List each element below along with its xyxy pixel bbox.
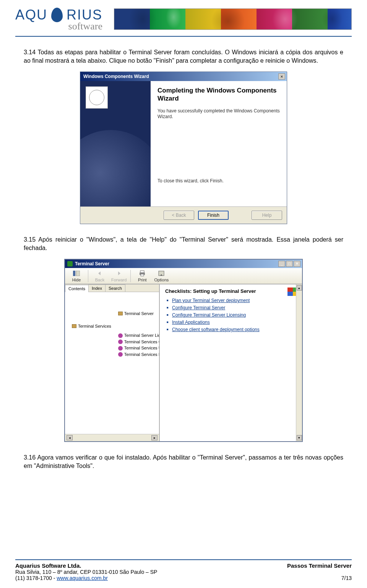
footer-company: Aquarius Software Ltda.	[15, 562, 81, 569]
footer-address: Rua Silvia, 110 – 8º andar, CEP 01331-01…	[15, 569, 352, 575]
wizard-titlebar[interactable]: Windows Components Wizard ×	[80, 72, 287, 81]
tab-search[interactable]: Search	[105, 284, 125, 292]
vertical-scrollbar[interactable]: ▴ ▾	[296, 284, 302, 441]
help-tabs: Contents Index Search	[65, 284, 159, 292]
scroll-right-icon[interactable]: ▸	[151, 435, 158, 440]
footer-page-number: 7/13	[341, 575, 352, 581]
help-window: Terminal Server _ □ × Hide Back	[64, 259, 303, 442]
minimize-icon[interactable]: _	[278, 261, 285, 267]
svg-rect-2	[140, 271, 144, 273]
back-icon	[96, 270, 104, 277]
forward-icon	[115, 270, 123, 277]
options-button[interactable]: Options	[152, 269, 171, 283]
maximize-icon[interactable]: □	[286, 261, 293, 267]
logo-subtitle: software	[15, 21, 102, 32]
page-footer: Aquarius Software Ltda. Passos Terminal …	[15, 559, 352, 581]
page-header: AQU RIUS software	[0, 0, 367, 32]
hide-button[interactable]: Hide	[67, 269, 86, 283]
tab-contents[interactable]: Contents	[65, 285, 89, 292]
cd-icon	[86, 86, 108, 109]
forward-button: Forward	[110, 269, 128, 283]
svg-rect-4	[141, 274, 144, 276]
help-nav-pane: Contents Index Search Terminal Services …	[65, 284, 160, 441]
logo-drop-icon	[51, 8, 63, 22]
paragraph-3-14: 3.14 Todas as etapas para habilitar o Te…	[24, 48, 343, 65]
help-link-list: Plan your Terminal Server deployment Con…	[165, 298, 297, 332]
wizard-heading: Completing the Windows Components Wizard	[158, 86, 280, 103]
help-titlebar[interactable]: Terminal Server _ □ ×	[65, 260, 302, 268]
help-content-heading: Checklists: Setting up Terminal Server	[165, 288, 297, 294]
help-button: Help	[252, 211, 282, 220]
close-icon[interactable]: ×	[294, 261, 300, 267]
footer-divider	[15, 559, 352, 560]
app-icon	[67, 261, 73, 266]
wizard-title: Windows Components Wizard	[83, 74, 149, 79]
back-button: < Back	[164, 211, 194, 220]
paragraph-3-16: 3.16 Agora vamos verificar o que foi ins…	[24, 453, 343, 470]
back-button: Back	[91, 269, 109, 283]
footer-phone: (11) 3178-1700 -	[15, 575, 57, 581]
help-toolbar: Hide Back Forward Print	[65, 268, 302, 284]
wizard-text: You have successfully completed the Wind…	[158, 108, 280, 120]
wizard-hint: To close this wizard, click Finish.	[158, 178, 224, 184]
wizard-side-art	[80, 81, 151, 206]
hide-icon	[73, 270, 80, 277]
finish-button[interactable]: Finish	[198, 211, 229, 220]
print-icon	[138, 270, 146, 277]
svg-rect-0	[73, 271, 75, 276]
close-icon[interactable]: ×	[278, 73, 285, 80]
banner-art	[114, 8, 352, 30]
help-tree[interactable]: Terminal Services Terminal Server Checkl…	[65, 292, 159, 434]
footer-doc-title: Passos Terminal Server	[287, 562, 352, 569]
scroll-up-icon[interactable]: ▴	[297, 285, 302, 291]
help-title-text: Terminal Server	[75, 261, 109, 266]
horizontal-scrollbar[interactable]: ◂ ▸	[65, 434, 159, 441]
help-link[interactable]: Configure Terminal Server Licensing	[167, 312, 297, 318]
paragraph-3-15: 3.15 Após reiniciar o "Windows", a tela …	[24, 236, 343, 252]
help-link[interactable]: Configure Terminal Server	[167, 305, 297, 310]
scroll-down-icon[interactable]: ▾	[297, 435, 302, 440]
tab-index[interactable]: Index	[88, 284, 106, 292]
help-link[interactable]: Install Applications	[167, 320, 297, 325]
footer-url-link[interactable]: www.aquarius.com.br	[57, 575, 108, 581]
help-link[interactable]: Choose client software deployment option…	[167, 327, 297, 332]
logo: AQU RIUS software	[15, 7, 102, 32]
help-content-pane: Checklists: Setting up Terminal Server P…	[160, 284, 302, 441]
wizard-dialog: Windows Components Wizard × Completing t…	[80, 71, 287, 224]
options-icon	[158, 270, 165, 277]
print-button[interactable]: Print	[133, 269, 151, 283]
svg-rect-1	[76, 271, 80, 276]
help-link[interactable]: Plan your Terminal Server deployment	[167, 298, 297, 303]
scroll-left-icon[interactable]: ◂	[67, 435, 73, 440]
